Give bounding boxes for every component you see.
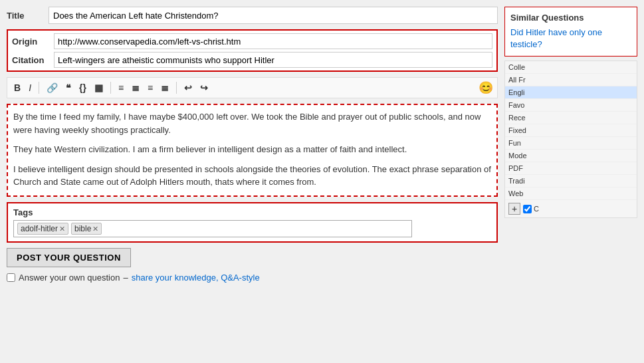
code-button[interactable]: {} <box>76 81 89 94</box>
origin-row: Origin <box>12 33 492 49</box>
sidebar-mini-row-5[interactable]: Fixed <box>505 124 637 137</box>
align-justify-icon: ≣ <box>161 82 169 93</box>
redo-button[interactable]: ↪ <box>197 81 211 94</box>
toolbar-sep-2 <box>110 82 111 94</box>
citation-row: Citation <box>12 52 492 68</box>
sidebar-mini-row-0[interactable]: Colle <box>505 61 637 74</box>
sidebar-mini-row-8[interactable]: PDF <box>505 162 637 175</box>
sidebar-mini-row-2[interactable]: Engli <box>505 86 637 99</box>
title-input[interactable] <box>49 7 498 24</box>
ul-button[interactable]: ≣ <box>129 81 142 94</box>
answer-own-checkbox[interactable] <box>7 273 15 282</box>
undo-icon: ↩ <box>184 82 192 93</box>
sidebar-mini-row-1[interactable]: All Fr <box>505 74 637 86</box>
sidebar-mini-row-3[interactable]: Favo <box>505 99 637 112</box>
tag-pill-2: bible ✕ <box>71 223 102 235</box>
emoji-button[interactable]: 😊 <box>479 80 493 95</box>
title-row: Title <box>7 7 498 24</box>
align-justify-button[interactable]: ≣ <box>158 81 171 94</box>
toolbar-sep-1 <box>39 82 39 94</box>
align-left-icon: ≡ <box>148 82 153 93</box>
post-button-wrapper: POST YOUR QUESTION <box>7 248 498 267</box>
sidebar-mini: Colle All Fr Engli Favo Rece Fixed Fun M… <box>504 60 637 218</box>
redo-icon: ↪ <box>200 82 208 93</box>
editor-paragraph-1: By the time I feed my family, I have may… <box>13 110 491 136</box>
citation-label: Citation <box>12 55 49 65</box>
tags-label: Tags <box>13 207 491 217</box>
similar-question-item-1[interactable]: Did Hitler have only one testicle? <box>510 27 631 51</box>
italic-button[interactable]: I <box>26 81 34 94</box>
quote-button[interactable]: ❝ <box>63 81 74 94</box>
tag-text-2: bible <box>74 224 91 233</box>
sidebar-mini-row-6[interactable]: Fun <box>505 137 637 150</box>
ol-icon: ≡ <box>118 82 124 93</box>
sidebar-mini-row-7[interactable]: Mode <box>505 150 637 162</box>
tag-pill-1: adolf-hitler ✕ <box>17 223 68 235</box>
undo-button[interactable]: ↩ <box>181 81 195 94</box>
link-button[interactable]: 🔗 <box>44 81 60 94</box>
sidebar-mini-add-button[interactable]: + <box>508 203 520 215</box>
ul-icon: ≣ <box>132 82 140 93</box>
origin-input[interactable] <box>54 33 492 49</box>
answer-own-separator: – <box>123 273 128 283</box>
tag-text-1: adolf-hitler <box>21 224 58 233</box>
link-icon: 🔗 <box>47 82 58 93</box>
bold-button[interactable]: B <box>11 81 23 94</box>
origin-citation-box: Origin Citation <box>7 29 498 72</box>
sidebar-mini-check-label: C <box>534 205 539 213</box>
sidebar-mini-row-10[interactable]: Web <box>505 187 637 200</box>
editor-paragraph-2: They hate Western civilization. I am a f… <box>13 143 491 156</box>
post-question-button[interactable]: POST YOUR QUESTION <box>7 248 131 267</box>
tags-section: Tags adolf-hitler ✕ bible ✕ <box>7 202 498 243</box>
sidebar-mini-row-9[interactable]: Tradi <box>505 175 637 187</box>
code-icon: {} <box>79 82 86 93</box>
sidebar-mini-row-4[interactable]: Rece <box>505 112 637 124</box>
tag-remove-2[interactable]: ✕ <box>92 225 98 233</box>
table-button[interactable]: ▦ <box>92 81 106 94</box>
toolbar-sep-3 <box>176 82 177 94</box>
ol-button[interactable]: ≡ <box>116 81 126 94</box>
emoji-icon: 😊 <box>479 81 493 94</box>
quote-icon: ❝ <box>66 82 71 93</box>
plus-icon: + <box>512 203 517 214</box>
editor-toolbar: B I 🔗 ❝ {} ▦ ≡ ≣ ≡ <box>7 77 498 98</box>
sidebar-mini-checkbox[interactable] <box>523 205 532 213</box>
editor-area[interactable]: By the time I feed my family, I have may… <box>7 104 498 197</box>
similar-questions-title: Similar Questions <box>510 13 631 23</box>
answer-own-text: Answer your own question <box>19 273 120 283</box>
right-panel: Similar Questions Did Hitler have only o… <box>504 7 637 356</box>
align-left-button[interactable]: ≡ <box>145 81 156 94</box>
origin-label: Origin <box>12 37 49 47</box>
sidebar-mini-footer: + C <box>505 200 637 217</box>
answer-own-link[interactable]: share your knowledge, Q&A-style <box>132 273 260 283</box>
similar-questions-panel: Similar Questions Did Hitler have only o… <box>504 7 637 57</box>
editor-paragraph-3: I believe intelligent design should be p… <box>13 163 491 189</box>
table-icon: ▦ <box>94 82 103 93</box>
answer-own-row: Answer your own question – share your kn… <box>7 273 498 283</box>
sidebar-mini-check: C <box>523 205 539 213</box>
citation-input[interactable] <box>54 52 492 68</box>
tag-remove-1[interactable]: ✕ <box>59 225 65 233</box>
title-label: Title <box>7 11 43 21</box>
tags-input-wrapper[interactable]: adolf-hitler ✕ bible ✕ <box>13 220 412 237</box>
